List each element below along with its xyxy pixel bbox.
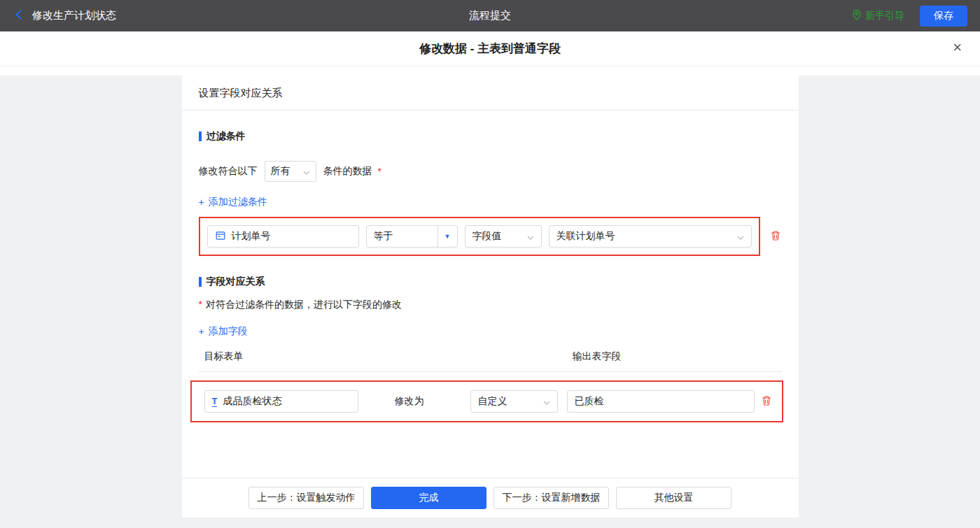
dropdown-arrow-icon[interactable]: ▼ bbox=[438, 226, 457, 247]
section-marker bbox=[199, 131, 202, 141]
done-button[interactable]: 完成 bbox=[371, 487, 486, 509]
value-source-select[interactable]: 自定义 bbox=[470, 390, 558, 413]
prev-step-button[interactable]: 上一步：设置触发动作 bbox=[248, 487, 364, 509]
filter-field-value: 计划单号 bbox=[232, 230, 271, 243]
add-filter-link[interactable]: + 添加过滤条件 bbox=[199, 196, 267, 208]
operator-select[interactable]: 等于 ▼ bbox=[366, 225, 458, 248]
guide-label: 新手引导 bbox=[865, 10, 904, 22]
match-mode-value: 所有 bbox=[271, 165, 290, 178]
dialog-header: 修改数据 - 主表到普通字段 × bbox=[0, 31, 980, 66]
form-icon bbox=[215, 230, 226, 243]
trash-icon bbox=[770, 230, 781, 243]
annotation-box-filter: 计划单号 等于 ▼ 字段值 关联计划单号 bbox=[199, 217, 760, 256]
filter-section-label: 过滤条件 bbox=[206, 130, 246, 143]
mapping-column-headers: 目标表单 输出表字段 bbox=[199, 350, 782, 372]
next-step-button[interactable]: 下一步：设置新增数据 bbox=[493, 487, 609, 509]
plus-icon: + bbox=[199, 326, 204, 337]
mapping-hint: * 对符合过滤条件的数据，进行以下字段的修改 bbox=[199, 299, 782, 311]
section-marker bbox=[199, 277, 202, 287]
flow-title: 流程提交 bbox=[469, 9, 511, 22]
guide-link[interactable]: 新手引导 bbox=[852, 9, 904, 22]
card-footer: 上一步：设置触发动作 完成 下一步：设置新增数据 其他设置 bbox=[182, 478, 799, 518]
dialog-title: 修改数据 - 主表到普通字段 bbox=[419, 41, 561, 57]
column-header-output: 输出表字段 bbox=[573, 350, 622, 363]
value-field-value: 关联计划单号 bbox=[556, 230, 615, 243]
operator-value: 等于 bbox=[367, 226, 438, 247]
topbar-left: 修改生产计划状态 bbox=[13, 8, 469, 23]
topbar-right: 新手引导 保存 bbox=[511, 6, 967, 27]
plus-icon: + bbox=[199, 197, 204, 208]
trash-icon bbox=[761, 395, 772, 408]
delete-field-button[interactable] bbox=[761, 395, 772, 408]
chevron-down-icon bbox=[303, 166, 310, 177]
output-value-input[interactable]: 已质检 bbox=[567, 390, 755, 413]
column-header-target: 目标表单 bbox=[204, 350, 244, 363]
chevron-left-icon bbox=[13, 8, 25, 23]
chevron-down-icon bbox=[543, 396, 550, 407]
mapping-section-label: 字段对应关系 bbox=[206, 276, 265, 288]
required-asterisk: * bbox=[378, 166, 382, 177]
settings-card: 设置字段对应关系 过滤条件 修改符合以下 所有 条件的数据 * + bbox=[182, 76, 799, 518]
add-field-link[interactable]: + 添加字段 bbox=[199, 325, 248, 338]
back-button[interactable] bbox=[13, 8, 25, 23]
value-type-select[interactable]: 字段值 bbox=[465, 225, 542, 248]
save-button[interactable]: 保存 bbox=[920, 6, 967, 27]
chevron-down-icon bbox=[527, 231, 534, 242]
chevron-down-icon bbox=[737, 231, 744, 242]
match-condition-row: 修改符合以下 所有 条件的数据 * bbox=[199, 161, 782, 182]
annotation-box-mapping: T 成品质检状态 修改为 自定义 已质检 bbox=[190, 380, 783, 422]
mapping-hint-text: 对符合过滤条件的数据，进行以下字段的修改 bbox=[206, 299, 402, 311]
match-prefix: 修改符合以下 bbox=[199, 165, 258, 178]
other-settings-button[interactable]: 其他设置 bbox=[616, 487, 732, 509]
text-field-icon: T bbox=[212, 397, 218, 407]
required-asterisk: * bbox=[199, 299, 202, 310]
add-field-label: 添加字段 bbox=[209, 325, 248, 338]
value-field-select[interactable]: 关联计划单号 bbox=[549, 225, 752, 248]
output-value-text: 已质检 bbox=[575, 395, 604, 408]
mapping-section-title: 字段对应关系 bbox=[199, 276, 782, 288]
action-label: 修改为 bbox=[395, 395, 424, 408]
target-field-input[interactable]: T 成品质检状态 bbox=[204, 390, 358, 413]
filter-condition-row: 计划单号 等于 ▼ 字段值 关联计划单号 bbox=[199, 217, 782, 256]
target-field-value: 成品质检状态 bbox=[223, 395, 281, 408]
match-mode-select[interactable]: 所有 bbox=[265, 161, 316, 182]
match-suffix: 条件的数据 bbox=[323, 165, 372, 178]
delete-filter-button[interactable] bbox=[770, 230, 781, 243]
value-type-value: 字段值 bbox=[472, 230, 502, 243]
value-source-value: 自定义 bbox=[478, 395, 507, 408]
close-icon[interactable]: × bbox=[953, 40, 962, 55]
topbar: 修改生产计划状态 流程提交 新手引导 保存 bbox=[0, 0, 980, 31]
card-body: 过滤条件 修改符合以下 所有 条件的数据 * + 添加过滤条件 bbox=[182, 110, 799, 478]
location-pin-icon bbox=[852, 9, 862, 22]
filter-section-title: 过滤条件 bbox=[199, 130, 782, 143]
card-title: 设置字段对应关系 bbox=[182, 76, 799, 110]
filter-field-input[interactable]: 计划单号 bbox=[207, 225, 359, 248]
page-title: 修改生产计划状态 bbox=[32, 9, 116, 22]
add-filter-label: 添加过滤条件 bbox=[209, 196, 267, 208]
dialog-content: 设置字段对应关系 过滤条件 修改符合以下 所有 条件的数据 * + bbox=[0, 76, 980, 528]
